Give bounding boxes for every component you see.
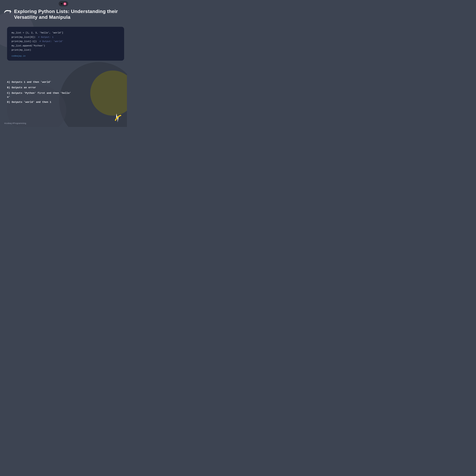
code-line-1: my_list = [1, 2, 3, 'hello', 'world'] [12, 31, 119, 35]
heart-icon: ❤️ [61, 2, 62, 5]
page-title: Exploring Python Lists: Understanding th… [14, 8, 124, 20]
svg-point-0 [64, 3, 66, 4]
hashtags: #codeaj #Programming [4, 122, 26, 124]
logo-area [113, 113, 123, 123]
logo-icon [113, 113, 123, 123]
code-line-2: print(my_list[0]) # Output: 1 [12, 35, 119, 39]
top-icons-bar: ❤️ [59, 1, 68, 6]
code-block: my_list = [1, 2, 3, 'hello', 'world'] pr… [7, 27, 124, 61]
option-c-line1: C) Outputs 'Python' first and then 'hell… [7, 91, 124, 95]
code-line-3: print(my_list[-1]) # Output: 'world' [12, 39, 119, 44]
options-section: A) Outputs 1 and then 'world' B) Outputs… [7, 80, 124, 106]
code-link[interactable]: codeajay.in [12, 55, 119, 57]
option-c-line2: o' [7, 96, 124, 99]
dot-icon [64, 2, 66, 5]
option-a: A) Outputs 1 and then 'world' [7, 80, 124, 84]
title-section: Exploring Python Lists: Understanding th… [4, 8, 124, 20]
code-line-4: my_list.append('Python') [12, 44, 119, 48]
arrow-icon [4, 9, 13, 15]
option-b: B) Outputs an error [7, 86, 124, 89]
option-d: D) Outputs 'world' and then 1 [7, 101, 124, 104]
code-line-5: print(my_list) [12, 48, 119, 52]
